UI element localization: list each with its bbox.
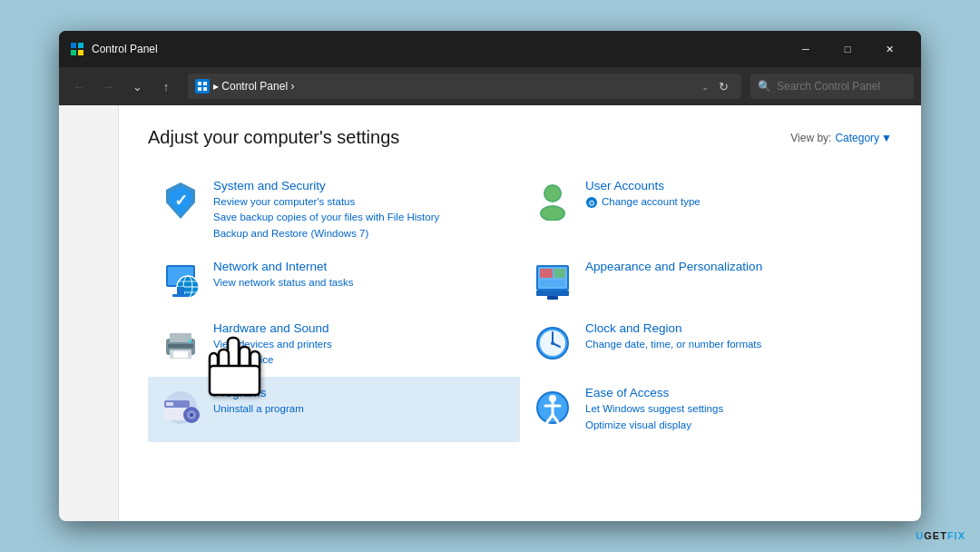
forward-button[interactable]: → — [95, 74, 121, 99]
svg-rect-31 — [554, 269, 565, 278]
svg-rect-4 — [198, 82, 201, 85]
page-title: Adjust your computer's settings — [148, 127, 399, 148]
user-accounts-name[interactable]: User Accounts — [585, 179, 701, 192]
recent-button[interactable]: ⌄ — [124, 74, 150, 99]
up-button[interactable]: ↑ — [153, 74, 179, 99]
svg-rect-30 — [540, 269, 553, 278]
change-datetime-link[interactable]: Change date, time, or number formats — [585, 337, 761, 352]
svg-rect-32 — [540, 280, 565, 287]
svg-rect-48 — [166, 402, 173, 406]
system-security-icon: ✓ — [159, 179, 202, 222]
maximize-button[interactable]: □ — [827, 34, 868, 64]
system-security-name[interactable]: System and Security — [213, 179, 439, 192]
svg-rect-5 — [203, 82, 207, 85]
category-network-internet[interactable]: Network and Internet View network status… — [148, 251, 520, 312]
svg-rect-7 — [203, 87, 207, 91]
network-internet-name[interactable]: Network and Internet — [213, 260, 353, 273]
svg-point-51 — [190, 413, 193, 417]
system-security-subs: Review your computer's status Save backu… — [213, 194, 439, 242]
search-input[interactable] — [777, 80, 913, 93]
ease-access-icon — [531, 386, 574, 429]
optimize-visual-link[interactable]: Optimize visual display — [585, 418, 723, 433]
main-content: Adjust your computer's settings View by:… — [119, 105, 921, 521]
programs-subs: Uninstall a program — [213, 401, 304, 417]
search-icon: 🔍 — [758, 80, 771, 93]
svg-rect-3 — [78, 50, 83, 55]
ease-access-subs: Let Windows suggest settings Optimize vi… — [585, 401, 723, 433]
svg-point-38 — [188, 340, 191, 343]
ease-access-text: Ease of Access Let Windows suggest setti… — [585, 386, 723, 433]
clock-region-name[interactable]: Clock and Region — [585, 321, 761, 335]
viewby-label: View by: — [790, 132, 831, 144]
address-chevron: ⌄ — [701, 82, 709, 92]
minimize-button[interactable]: ─ — [785, 34, 827, 64]
address-bar[interactable]: ▸ Control Panel › ⌄ ↻ — [188, 74, 741, 99]
backup-files-link[interactable]: Save backup copies of your files with Fi… — [213, 210, 439, 225]
programs-icon — [159, 386, 202, 429]
network-status-link[interactable]: View network status and tasks — [213, 275, 353, 291]
address-text: ▸ Control Panel › — [213, 80, 698, 93]
svg-rect-1 — [78, 43, 83, 48]
user-accounts-icon — [531, 179, 574, 222]
address-icon — [195, 79, 210, 94]
svg-point-13 — [545, 186, 560, 201]
hardware-sound-icon — [159, 321, 202, 365]
svg-rect-24 — [177, 287, 184, 294]
windows-suggest-link[interactable]: Let Windows suggest settings — [585, 401, 723, 417]
system-security-text: System and Security Review your computer… — [213, 179, 439, 242]
svg-rect-37 — [168, 344, 193, 348]
categories-grid: ✓ System and Security Review your comput… — [148, 170, 892, 442]
clock-region-text: Clock and Region Change date, time, or n… — [585, 321, 761, 352]
svg-rect-6 — [198, 87, 201, 91]
backup-restore-link[interactable]: Backup and Restore (Windows 7) — [213, 226, 439, 242]
svg-rect-28 — [536, 291, 569, 296]
user-accounts-subs: ⚙ Change account type — [585, 194, 701, 213]
back-button[interactable]: ← — [66, 74, 92, 99]
titlebar: Control Panel ─ □ ✕ — [59, 31, 921, 67]
viewby-chevron: ▼ — [881, 132, 892, 144]
ease-access-name[interactable]: Ease of Access — [585, 386, 723, 399]
viewby-dropdown[interactable]: Category ▼ — [835, 132, 892, 144]
hardware-sound-name[interactable]: Hardware and Sound — [213, 321, 332, 335]
change-account-type-link[interactable]: Change account type — [602, 194, 701, 210]
appearance-name[interactable]: Appearance and Personalization — [585, 260, 762, 273]
search-box[interactable]: 🔍 — [750, 74, 914, 99]
view-by: View by: Category ▼ — [790, 132, 892, 144]
network-internet-text: Network and Internet View network status… — [213, 260, 353, 291]
control-panel-window: Control Panel ─ □ ✕ ← → ⌄ ↑ ▸ Control Pa… — [59, 31, 921, 521]
hardware-sound-text: Hardware and Sound View devices and prin… — [213, 321, 332, 369]
refresh-button[interactable]: ↻ — [712, 75, 734, 97]
watermark-highlight: U — [916, 530, 924, 541]
clock-region-icon — [531, 321, 574, 365]
programs-text: Programs Uninstall a program — [213, 386, 304, 417]
appearance-icon — [531, 260, 574, 303]
window-title: Control Panel — [92, 43, 785, 55]
toolbar: ← → ⌄ ↑ ▸ Control Panel › ⌄ ↻ 🔍 — [59, 67, 921, 105]
category-programs[interactable]: Programs Uninstall a program — [148, 377, 520, 442]
svg-rect-36 — [173, 351, 188, 358]
sidebar — [59, 105, 119, 521]
review-status-link[interactable]: Review your computer's status — [213, 194, 439, 210]
network-internet-subs: View network status and tasks — [213, 275, 353, 291]
window-controls: ─ □ ✕ — [785, 34, 910, 64]
svg-rect-25 — [172, 294, 189, 297]
category-clock-region[interactable]: Clock and Region Change date, time, or n… — [520, 312, 892, 378]
category-user-accounts[interactable]: User Accounts ⚙ Change account type — [520, 170, 892, 251]
watermark-highlight2: FIX — [947, 530, 965, 541]
uninstall-program-link[interactable]: Uninstall a program — [213, 401, 304, 417]
programs-name[interactable]: Programs — [213, 386, 304, 399]
category-system-security[interactable]: ✓ System and Security Review your comput… — [148, 170, 520, 251]
category-hardware-sound[interactable]: Hardware and Sound View devices and prin… — [148, 312, 520, 378]
category-appearance[interactable]: Appearance and Personalization — [520, 251, 892, 312]
add-device-link[interactable]: Add a device — [213, 352, 332, 368]
svg-rect-0 — [71, 43, 76, 48]
close-button[interactable]: ✕ — [868, 34, 910, 64]
appearance-text: Appearance and Personalization — [585, 260, 762, 273]
view-devices-link[interactable]: View devices and printers — [213, 337, 332, 352]
watermark: UGETFIX — [916, 530, 965, 541]
category-ease-access[interactable]: Ease of Access Let Windows suggest setti… — [520, 377, 892, 442]
clock-region-subs: Change date, time, or number formats — [585, 337, 761, 352]
main-header: Adjust your computer's settings View by:… — [148, 127, 892, 148]
window-icon — [70, 42, 84, 56]
svg-rect-29 — [547, 296, 558, 300]
